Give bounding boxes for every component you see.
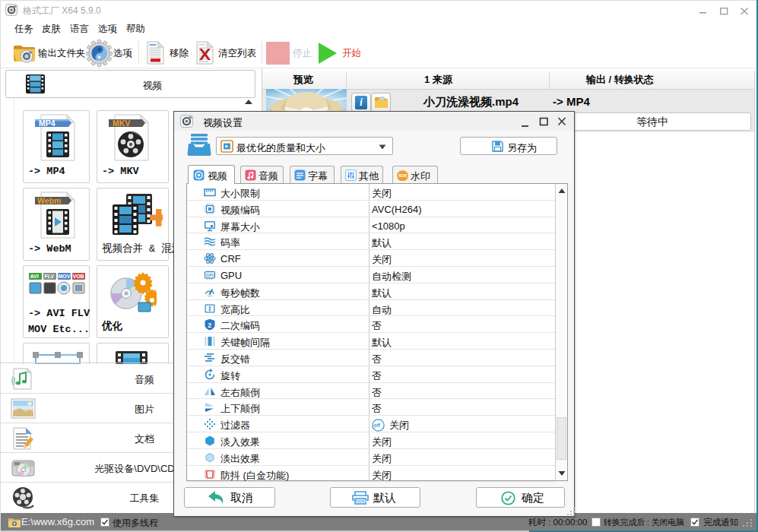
svg-text:AVI: AVI: [30, 274, 39, 279]
svg-text:DEFAULT: DEFAULT: [357, 500, 366, 503]
svg-text:MOV: MOV: [59, 274, 71, 279]
svg-text:2: 2: [208, 321, 211, 329]
svg-text:off: off: [374, 423, 381, 428]
svg-text:GPU: GPU: [206, 273, 214, 277]
svg-text:MP4: MP4: [39, 119, 56, 128]
svg-text:Webm: Webm: [37, 196, 61, 205]
svg-text:FLV: FLV: [45, 274, 55, 279]
svg-text:MKV: MKV: [113, 119, 130, 128]
svg-text:NEW: NEW: [398, 174, 407, 178]
svg-text:VOB: VOB: [73, 274, 84, 279]
